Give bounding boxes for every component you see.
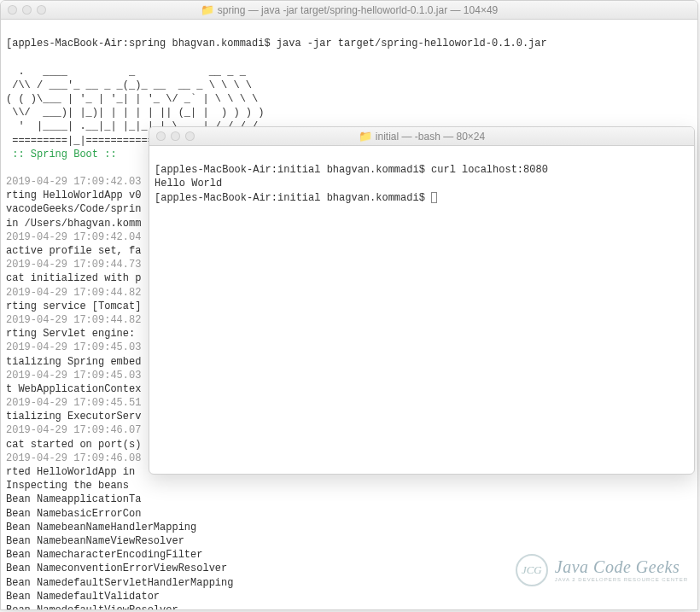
curl-command: [apples-MacBook-Air:initial bhagvan.komm…: [155, 164, 548, 176]
terminal-window-initial[interactable]: 📁 initial — -bash — 80×24 [apples-MacBoo…: [149, 126, 695, 475]
curl-response: Hello World: [155, 178, 222, 189]
close-icon[interactable]: [156, 131, 166, 141]
title-text: initial — -bash — 80×24: [376, 131, 485, 143]
minimize-icon[interactable]: [171, 131, 180, 141]
terminal-output-initial[interactable]: [apples-MacBook-Air:initial bhagvan.komm…: [149, 146, 694, 222]
watermark: JCG Java Code Geeks JAVA 2 DEVELOPERS RE…: [516, 554, 688, 586]
titlebar-spring[interactable]: 📁 spring — java -jar target/spring-hello…: [1, 1, 697, 20]
watermark-logo: JCG: [516, 554, 548, 586]
watermark-logo-text: JCG: [522, 563, 542, 577]
folder-icon: 📁: [201, 3, 214, 16]
window-title: 📁 spring — java -jar target/spring-hello…: [8, 3, 691, 16]
folder-icon: 📁: [359, 130, 372, 143]
maximize-icon[interactable]: [185, 131, 195, 141]
prompt-ready: [apples-MacBook-Air:initial bhagvan.komm…: [155, 192, 431, 204]
watermark-sub: JAVA 2 DEVELOPERS RESOURCE CENTER: [555, 577, 688, 582]
titlebar-initial[interactable]: 📁 initial — -bash — 80×24: [149, 127, 694, 146]
title-text: spring — java -jar target/spring-hellowo…: [218, 4, 499, 16]
close-icon[interactable]: [8, 5, 17, 15]
traffic-lights: [156, 131, 195, 141]
cursor-icon: [431, 192, 437, 203]
window-title: 📁 initial — -bash — 80×24: [156, 130, 687, 143]
maximize-icon[interactable]: [37, 5, 46, 15]
minimize-icon[interactable]: [22, 5, 32, 15]
watermark-main: Java Code Geeks: [555, 558, 688, 575]
prompt-line: [apples-MacBook-Air:spring bhagvan.komma…: [6, 38, 547, 50]
traffic-lights: [8, 5, 46, 15]
